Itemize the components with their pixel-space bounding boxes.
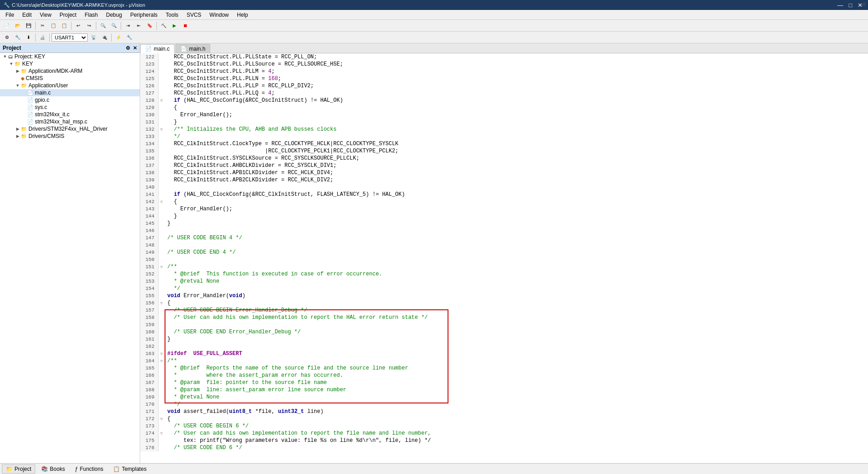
menu-window[interactable]: Window	[206, 11, 232, 19]
expander-drivers-stm[interactable]: ▶	[14, 127, 21, 131]
outdent-button[interactable]: ⇤	[134, 21, 144, 30]
cut-button[interactable]: ✂	[38, 21, 47, 30]
target-options-button[interactable]: ⚙	[2, 33, 12, 42]
code-line-148[interactable]: 148	[140, 242, 868, 249]
code-line-165[interactable]: 165 * @brief Reports the name of the sou…	[140, 365, 868, 372]
tree-item-drivers-stm[interactable]: ▶ 📁 Drivers/STM32F4xx_HAL_Driver	[0, 125, 140, 133]
code-line-155[interactable]: 155void Error_Handler(void)	[140, 292, 868, 299]
menu-view[interactable]: View	[36, 11, 55, 19]
bottom-tab-functions[interactable]: ƒ Functions	[71, 465, 108, 474]
code-line-143[interactable]: 143 Error_Handler();	[140, 205, 868, 213]
code-line-174[interactable]: 174▽ /* User can add his own implementat…	[140, 430, 868, 437]
tree-item-project-root[interactable]: ▼ 🗂 Project: KEY	[0, 53, 140, 60]
expander-app-mdk[interactable]: ▶	[14, 69, 21, 73]
menu-project[interactable]: Project	[56, 11, 80, 19]
fold-indicator-172[interactable]: ▽	[158, 415, 165, 422]
download-button[interactable]: ⬇	[24, 33, 33, 42]
code-line-162[interactable]: 162	[140, 343, 868, 350]
tree-item-main-c[interactable]: 📄 main.c	[0, 89, 140, 96]
panel-header-buttons[interactable]: ⚙ ✕	[126, 45, 137, 51]
code-line-133[interactable]: 133 */	[140, 133, 868, 140]
find-replace-button[interactable]: 🔍	[109, 21, 119, 30]
code-line-161[interactable]: 161}	[140, 336, 868, 343]
tree-item-stm32f4xx-it[interactable]: 📄 stm32f4xx_it.c	[0, 111, 140, 118]
code-line-144[interactable]: 144 }	[140, 213, 868, 220]
indent-button[interactable]: ⇥	[123, 21, 133, 30]
menu-help[interactable]: Help	[233, 11, 252, 19]
panel-close-button[interactable]: ✕	[133, 45, 137, 51]
fold-indicator-128[interactable]: ▽	[158, 97, 165, 104]
code-line-131[interactable]: 131 }	[140, 118, 868, 126]
minimize-button[interactable]: —	[835, 2, 845, 9]
uart-reconnect-button[interactable]: 🔌	[99, 33, 109, 42]
tab-main-h[interactable]: 📄 main.h	[175, 44, 210, 53]
copy-button[interactable]: 📋	[48, 21, 58, 30]
menu-flash[interactable]: Flash	[81, 11, 101, 19]
code-line-168[interactable]: 168 * @param line: assert_param error li…	[140, 386, 868, 393]
expander-key[interactable]: ▼	[8, 62, 14, 66]
code-line-149[interactable]: 149/* USER CODE END 4 */	[140, 249, 868, 256]
code-line-172[interactable]: 172▽{	[140, 415, 868, 422]
code-line-176[interactable]: 176 /* USER CODE END 6 */	[140, 444, 868, 451]
code-line-142[interactable]: 142▽ {	[140, 198, 868, 205]
code-line-169[interactable]: 169 * @retval None	[140, 393, 868, 401]
menu-tools[interactable]: Tools	[162, 11, 182, 19]
code-line-160[interactable]: 160 /* USER CODE END Error_Handler_Debug…	[140, 328, 868, 336]
code-line-175[interactable]: 175 tex: printf("Wrong parameters value:…	[140, 437, 868, 444]
fold-indicator-142[interactable]: ▽	[158, 198, 165, 205]
maximize-button[interactable]: □	[847, 2, 854, 9]
code-line-127[interactable]: 127 RCC_OscInitStruct.PLL.PLLQ = 4;	[140, 90, 868, 97]
code-line-137[interactable]: 137 RCC_ClkInitStruct.AHBCLKDivider = RC…	[140, 162, 868, 169]
find-button[interactable]: 🔍	[98, 21, 108, 30]
code-line-122[interactable]: 122 RCC_OscInitStruct.PLL.PLLState = RCC…	[140, 53, 868, 61]
tree-item-app-user[interactable]: ▼ 📁 Application/User	[0, 82, 140, 89]
settings-button[interactable]: 🔧	[124, 33, 134, 42]
code-line-124[interactable]: 124 RCC_OscInitStruct.PLL.PLLM = 4;	[140, 68, 868, 75]
code-area[interactable]: 122 RCC_OscInitStruct.PLL.PLLState = RCC…	[140, 53, 868, 463]
panel-config-button[interactable]: ⚙	[126, 45, 130, 51]
code-line-129[interactable]: 129 {	[140, 104, 868, 111]
menu-peripherals[interactable]: Peripherals	[127, 11, 161, 19]
usart-config-button[interactable]: 📡	[89, 33, 99, 42]
build-all-button[interactable]: 🔧	[13, 33, 23, 42]
code-line-140[interactable]: 140	[140, 184, 868, 191]
code-line-156[interactable]: 156▽{	[140, 299, 868, 307]
new-file-button[interactable]: 📄	[2, 21, 12, 30]
fold-indicator-174[interactable]: ▽	[158, 430, 165, 437]
code-line-151[interactable]: 151▽/**	[140, 263, 868, 270]
tree-item-app-mdk[interactable]: ▶ 📁 Application/MDK-ARM	[0, 67, 140, 75]
fold-indicator-164[interactable]: ▽	[158, 357, 165, 365]
run-button[interactable]: ▶	[170, 21, 179, 30]
stop-button[interactable]: ⏹	[180, 21, 190, 30]
fold-indicator-151[interactable]: ▽	[158, 263, 165, 270]
code-line-138[interactable]: 138 RCC_ClkInitStruct.APB1CLKDivider = R…	[140, 169, 868, 176]
code-line-166[interactable]: 166 * where the assert_param error has o…	[140, 372, 868, 379]
paste-button[interactable]: 📋	[59, 21, 69, 30]
code-line-152[interactable]: 152 * @brief This function is executed i…	[140, 270, 868, 278]
save-button[interactable]: 💾	[24, 21, 33, 30]
menu-svcs[interactable]: SVCS	[183, 11, 205, 19]
code-line-130[interactable]: 130 Error_Handler();	[140, 111, 868, 118]
code-line-128[interactable]: 128▽ if (HAL_RCC_OscConfig(&RCC_OscInitS…	[140, 97, 868, 104]
tab-main-c[interactable]: 📄 main.c	[140, 44, 175, 53]
bottom-tab-books[interactable]: 📚 Books	[37, 465, 69, 474]
code-line-134[interactable]: 134 RCC_ClkInitStruct.ClockType = RCC_CL…	[140, 140, 868, 147]
expander-drivers-cmsis[interactable]: ▶	[14, 134, 21, 138]
code-line-141[interactable]: 141 if (HAL_RCC_ClockConfig(&RCC_ClkInit…	[140, 191, 868, 198]
fold-indicator-163[interactable]: ▽	[158, 350, 165, 357]
tree-item-key[interactable]: ▼ 📁 KEY	[0, 60, 140, 67]
tree-item-cmsis[interactable]: ◆ CMSIS	[0, 75, 140, 82]
code-line-158[interactable]: 158 /* User can add his own implementati…	[140, 314, 868, 321]
code-line-139[interactable]: 139 RCC_ClkInitStruct.APB2CLKDivider = R…	[140, 176, 868, 184]
code-line-159[interactable]: 159	[140, 321, 868, 328]
code-line-163[interactable]: 163▽#ifdef USE_FULL_ASSERT	[140, 350, 868, 357]
menu-file[interactable]: File	[2, 11, 18, 19]
tree-item-gpio-c[interactable]: 📄 gpio.c	[0, 96, 140, 104]
usart-selector[interactable]: USART1	[52, 33, 88, 42]
code-line-145[interactable]: 145}	[140, 220, 868, 227]
debug-start-button[interactable]: 🔬	[38, 33, 47, 42]
code-line-135[interactable]: 135 |RCC_CLOCKTYPE_PCLK1|RCC_CLOCKTYPE_P…	[140, 147, 868, 155]
code-line-125[interactable]: 125 RCC_OscInitStruct.PLL.PLLN = 168;	[140, 75, 868, 82]
redo-button[interactable]: ↪	[84, 21, 94, 30]
code-line-173[interactable]: 173 /* USER CODE BEGIN 6 */	[140, 422, 868, 430]
